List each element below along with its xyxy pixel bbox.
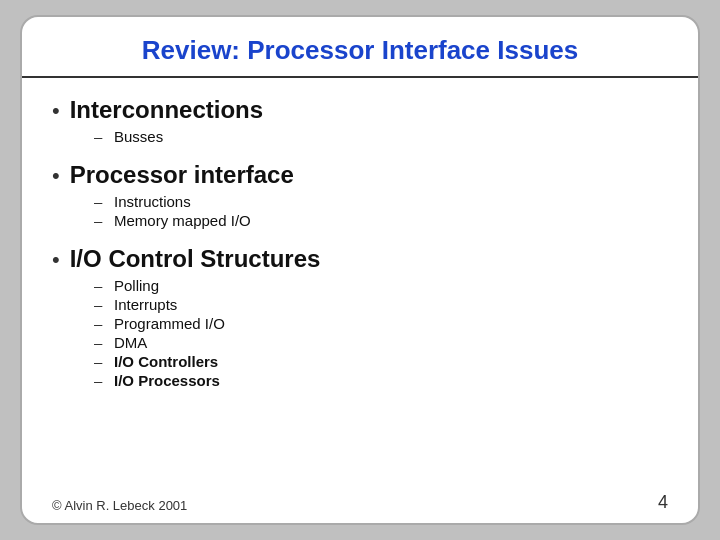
slide-header: Review: Processor Interface Issues bbox=[22, 17, 698, 78]
sub-dash-7: – bbox=[94, 334, 106, 351]
sub-dash-3: – bbox=[94, 212, 106, 229]
main-bullet-text-io: I/O Control Structures bbox=[70, 245, 321, 273]
slide: Review: Processor Interface Issues • Int… bbox=[20, 15, 700, 525]
main-bullet-text-processor: Processor interface bbox=[70, 161, 294, 189]
sub-bullet-text-io-processors: I/O Processors bbox=[114, 372, 220, 389]
bullet-dot-3: • bbox=[52, 249, 60, 271]
section-io-control: • I/O Control Structures – Polling – Int… bbox=[52, 245, 668, 389]
sub-bullet-text-instructions: Instructions bbox=[114, 193, 191, 210]
sub-bullet-text-io-controllers: I/O Controllers bbox=[114, 353, 218, 370]
main-bullet-io: • I/O Control Structures bbox=[52, 245, 668, 273]
sub-dash-2: – bbox=[94, 193, 106, 210]
sub-bullets-interconnections: – Busses bbox=[52, 128, 668, 145]
sub-bullet-memory-mapped: – Memory mapped I/O bbox=[94, 212, 668, 229]
slide-content: • Interconnections – Busses • Processor … bbox=[22, 78, 698, 484]
sub-bullet-text-programmed-io: Programmed I/O bbox=[114, 315, 225, 332]
section-processor-interface: • Processor interface – Instructions – M… bbox=[52, 161, 668, 229]
sub-bullet-dma: – DMA bbox=[94, 334, 668, 351]
sub-bullet-instructions: – Instructions bbox=[94, 193, 668, 210]
sub-dash-8: – bbox=[94, 353, 106, 370]
sub-bullet-polling: – Polling bbox=[94, 277, 668, 294]
sub-bullet-text-polling: Polling bbox=[114, 277, 159, 294]
sub-bullet-text-busses: Busses bbox=[114, 128, 163, 145]
sub-bullet-interrupts: – Interrupts bbox=[94, 296, 668, 313]
sub-bullets-io: – Polling – Interrupts – Programmed I/O … bbox=[52, 277, 668, 389]
footer-page-number: 4 bbox=[658, 492, 668, 513]
main-bullet-text-interconnections: Interconnections bbox=[70, 96, 263, 124]
sub-bullet-text-dma: DMA bbox=[114, 334, 147, 351]
sub-dash: – bbox=[94, 128, 106, 145]
section-interconnections: • Interconnections – Busses bbox=[52, 96, 668, 145]
main-bullet-interconnections: • Interconnections bbox=[52, 96, 668, 124]
bullet-dot: • bbox=[52, 100, 60, 122]
footer-copyright: © Alvin R. Lebeck 2001 bbox=[52, 498, 187, 513]
sub-bullet-busses: – Busses bbox=[94, 128, 668, 145]
sub-bullet-io-controllers: – I/O Controllers bbox=[94, 353, 668, 370]
main-bullet-processor: • Processor interface bbox=[52, 161, 668, 189]
sub-dash-6: – bbox=[94, 315, 106, 332]
sub-dash-5: – bbox=[94, 296, 106, 313]
sub-dash-9: – bbox=[94, 372, 106, 389]
sub-bullet-io-processors: – I/O Processors bbox=[94, 372, 668, 389]
sub-bullet-text-interrupts: Interrupts bbox=[114, 296, 177, 313]
bullet-dot-2: • bbox=[52, 165, 60, 187]
sub-bullet-text-memory-mapped: Memory mapped I/O bbox=[114, 212, 251, 229]
sub-bullet-programmed-io: – Programmed I/O bbox=[94, 315, 668, 332]
slide-title: Review: Processor Interface Issues bbox=[52, 35, 668, 66]
sub-dash-4: – bbox=[94, 277, 106, 294]
sub-bullets-processor: – Instructions – Memory mapped I/O bbox=[52, 193, 668, 229]
slide-footer: © Alvin R. Lebeck 2001 4 bbox=[22, 484, 698, 523]
